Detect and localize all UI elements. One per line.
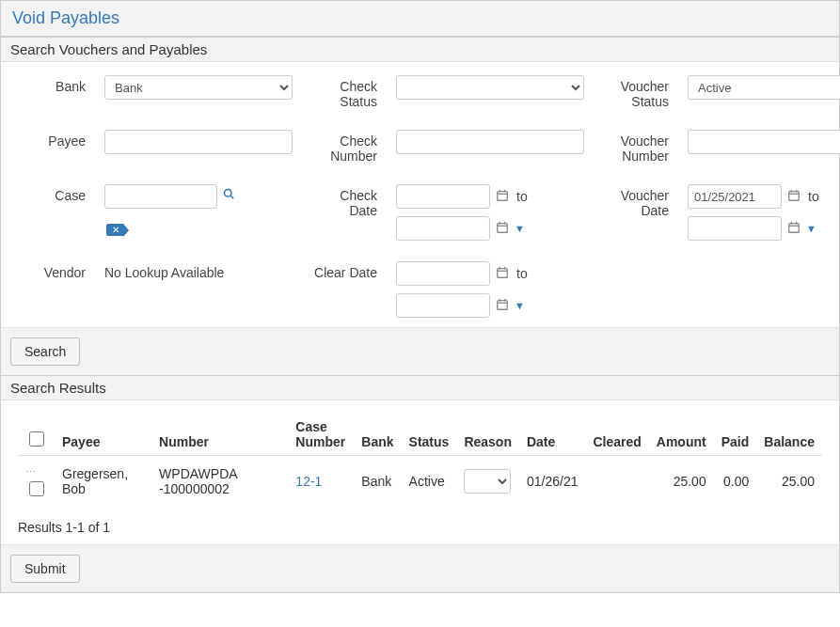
- col-balance[interactable]: Balance: [756, 414, 822, 456]
- to-label: to: [515, 189, 528, 204]
- check-status-select[interactable]: [396, 75, 584, 100]
- cell-bank: Bank: [354, 456, 401, 508]
- clear-date-from-input[interactable]: [396, 261, 490, 286]
- to-label: to: [806, 189, 819, 204]
- search-form: Bank Bank Check Status Voucher Status Ac…: [1, 62, 839, 327]
- cell-paid: 0.00: [714, 456, 757, 508]
- select-all-checkbox[interactable]: [29, 431, 44, 447]
- col-payee[interactable]: Payee: [55, 414, 151, 456]
- bank-select[interactable]: Bank: [104, 75, 293, 100]
- page-title: Void Payables: [1, 1, 839, 37]
- col-number[interactable]: Number: [151, 414, 288, 456]
- svg-rect-22: [498, 300, 508, 309]
- svg-rect-6: [498, 223, 508, 232]
- bank-label: Bank: [20, 75, 86, 94]
- cell-balance: 25.00: [756, 456, 822, 508]
- reason-select[interactable]: [464, 469, 511, 494]
- cell-date: 01/26/21: [519, 456, 586, 508]
- col-date[interactable]: Date: [519, 414, 586, 456]
- check-number-label: Check Number: [311, 130, 377, 164]
- svg-rect-2: [498, 191, 508, 200]
- payee-label: Payee: [20, 130, 86, 149]
- to-label: to: [515, 266, 528, 281]
- calendar-icon[interactable]: [496, 266, 509, 282]
- check-date-label: Check Date: [311, 184, 377, 218]
- cell-case-number-link[interactable]: 12-1: [295, 474, 322, 489]
- svg-point-0: [225, 190, 232, 197]
- chevron-down-icon[interactable]: ▼: [515, 223, 525, 234]
- voucher-date-to-input[interactable]: [688, 216, 782, 241]
- payee-input[interactable]: [104, 130, 293, 154]
- cell-payee: Gregersen, Bob: [55, 456, 151, 508]
- svg-rect-18: [498, 268, 508, 277]
- table-row: ⋯ Gregersen, Bob WPDAWPDA -100000002 12-…: [18, 456, 822, 508]
- calendar-icon[interactable]: [787, 221, 800, 237]
- clear-date-to-input[interactable]: [396, 293, 490, 318]
- svg-line-1: [230, 196, 233, 198]
- svg-rect-10: [789, 191, 800, 200]
- col-paid[interactable]: Paid: [714, 414, 757, 456]
- results-count: Results 1-1 of 1: [18, 520, 822, 535]
- cell-cleared: [585, 456, 648, 508]
- col-status[interactable]: Status: [402, 414, 457, 456]
- voucher-status-select[interactable]: Active: [688, 75, 840, 100]
- voucher-date-label: Voucher Date: [603, 184, 669, 218]
- search-section-title: Search Vouchers and Payables: [1, 37, 839, 62]
- col-bank[interactable]: Bank: [354, 414, 401, 456]
- search-button-bar: Search: [1, 327, 839, 375]
- chevron-down-icon[interactable]: ▼: [806, 223, 816, 234]
- results-table: Payee Number Case Number Bank Status Rea…: [18, 414, 822, 507]
- svg-rect-14: [789, 223, 800, 232]
- col-cleared[interactable]: Cleared: [585, 414, 648, 456]
- tree-expand-icon[interactable]: ⋯: [25, 466, 36, 478]
- cell-status: Active: [402, 456, 457, 508]
- row-checkbox[interactable]: [29, 481, 44, 496]
- case-label: Case: [20, 184, 86, 203]
- calendar-icon[interactable]: [787, 189, 800, 205]
- check-date-to-input[interactable]: [396, 216, 490, 241]
- col-case-number[interactable]: Case Number: [288, 414, 354, 456]
- calendar-icon[interactable]: [496, 189, 509, 205]
- calendar-icon[interactable]: [496, 221, 509, 237]
- voucher-number-label: Voucher Number: [603, 130, 669, 164]
- voucher-date-from-input[interactable]: [688, 184, 782, 209]
- cell-number: WPDAWPDA -100000002: [151, 456, 288, 508]
- results-section-title: Search Results: [1, 375, 839, 400]
- clear-date-label: Clear Date: [311, 261, 377, 280]
- vendor-nolookup-text: No Lookup Available: [104, 261, 293, 280]
- results-area: Payee Number Case Number Bank Status Rea…: [1, 400, 839, 544]
- voucher-status-label: Voucher Status: [603, 75, 669, 109]
- check-number-input[interactable]: [396, 130, 584, 154]
- case-search-icon[interactable]: [223, 184, 234, 202]
- check-status-label: Check Status: [311, 75, 377, 109]
- chevron-down-icon[interactable]: ▼: [515, 300, 525, 311]
- case-input[interactable]: [104, 184, 217, 209]
- vendor-label: Vendor: [20, 261, 86, 280]
- col-amount[interactable]: Amount: [649, 414, 714, 456]
- case-clear-tag-icon[interactable]: ✕: [106, 224, 123, 236]
- check-date-from-input[interactable]: [396, 184, 490, 209]
- col-reason[interactable]: Reason: [456, 414, 519, 456]
- voucher-number-input[interactable]: [688, 130, 840, 154]
- cell-amount: 25.00: [649, 456, 714, 508]
- submit-button-bar: Submit: [1, 544, 839, 592]
- search-button[interactable]: Search: [10, 337, 80, 366]
- app-window: Void Payables Search Vouchers and Payabl…: [0, 0, 840, 593]
- calendar-icon[interactable]: [496, 298, 509, 314]
- submit-button[interactable]: Submit: [10, 555, 80, 583]
